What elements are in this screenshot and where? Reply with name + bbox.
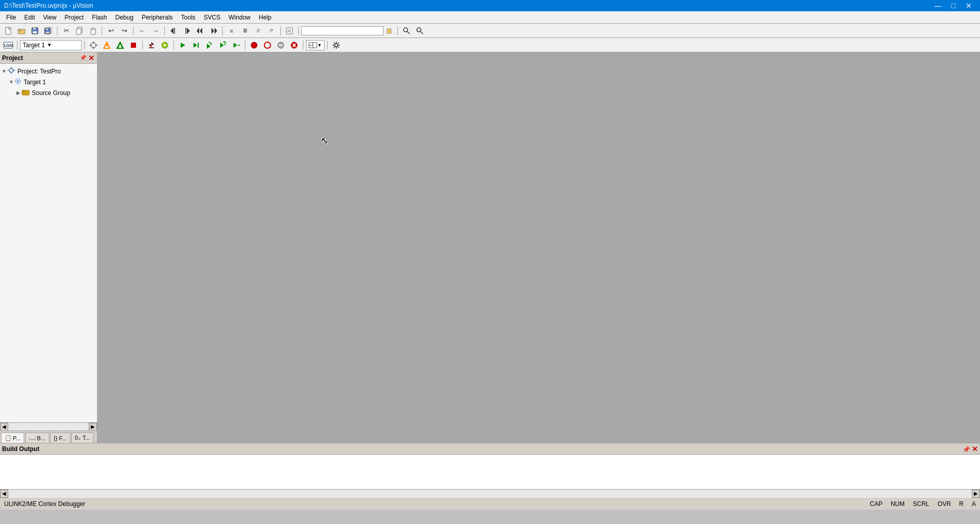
separator4 [164, 26, 165, 35]
menu-debug[interactable]: Debug [111, 12, 138, 23]
step-out-button[interactable] [217, 40, 229, 51]
new-button[interactable] [2, 25, 14, 36]
source-group-node[interactable]: ▶ Source Group [0, 87, 97, 98]
project-header: Project 📌 ✕ [0, 52, 97, 64]
indent-button[interactable]: ≡ [225, 25, 238, 36]
window-layout-dropdown[interactable]: ▼ [306, 40, 324, 50]
tab-templates[interactable]: 0₊ T... [71, 433, 94, 443]
build-output-close-button[interactable]: ✕ [972, 445, 978, 453]
menu-peripherals[interactable]: Peripherals [138, 12, 177, 23]
tab-functions-label: {} F... [54, 435, 67, 441]
debugger-status: ULINK2/ME Cortex Debugger [4, 500, 85, 508]
svg-point-82 [17, 80, 19, 82]
svg-point-57 [251, 42, 257, 48]
comment-button[interactable]: // [252, 25, 264, 36]
target-options-button[interactable] [87, 40, 100, 51]
svg-line-28 [407, 31, 410, 34]
back-button[interactable]: ← [136, 25, 148, 36]
bookmark-prev-button[interactable] [167, 25, 180, 36]
breakpoint-button[interactable] [248, 40, 260, 51]
separator3 [133, 26, 133, 35]
svg-marker-21 [212, 28, 214, 34]
bottom-scroll-left[interactable]: ◀ [0, 490, 8, 498]
templates-button[interactable] [283, 25, 296, 36]
svg-rect-5 [33, 31, 37, 33]
svg-marker-20 [215, 28, 217, 34]
save-button[interactable] [29, 25, 41, 36]
bottom-scroll-right[interactable]: ▶ [972, 490, 980, 498]
uncomment-button[interactable]: /* [265, 25, 278, 36]
source-group-expand-icon[interactable]: ▶ [15, 90, 22, 96]
menu-flash[interactable]: Flash [88, 12, 111, 23]
find-in-files-button[interactable] [400, 25, 413, 36]
run-to-cursor-button[interactable] [230, 40, 242, 51]
separator-t2-5 [245, 41, 245, 50]
proj-scroll-right[interactable]: ▶ [89, 423, 97, 431]
svg-point-67 [335, 44, 338, 47]
menu-file[interactable]: File [2, 12, 20, 23]
build-output-header: Build Output 📌 ✕ [0, 443, 980, 455]
run-button[interactable] [177, 40, 189, 51]
minimize-button[interactable]: — [931, 0, 945, 11]
open-button[interactable] [15, 25, 28, 36]
target1-node[interactable]: ▼ Target 1 [0, 77, 97, 87]
step-button[interactable] [190, 40, 202, 51]
menu-help[interactable]: Help [255, 12, 276, 23]
project-root-node[interactable]: ▼ Project: TestPro [0, 66, 97, 77]
target-dropdown[interactable]: Target 1 ▼ [20, 40, 82, 50]
start-stop-debug-button[interactable] [159, 40, 171, 51]
undo-button[interactable]: ↩ [105, 25, 117, 36]
maximize-button[interactable]: □ [946, 0, 960, 11]
separator2 [102, 26, 102, 35]
find-button[interactable]: + [414, 25, 426, 36]
proj-scroll-left[interactable]: ◀ [0, 423, 8, 431]
menu-svcs[interactable]: SVCS [200, 12, 225, 23]
search-input[interactable] [301, 26, 383, 35]
project-pin-button[interactable]: 📌 [80, 54, 87, 62]
stop-build-button[interactable] [127, 40, 140, 51]
bookmark-next2-button[interactable] [207, 25, 220, 36]
target-expand-icon[interactable]: ▼ [8, 79, 14, 85]
search-open-button[interactable] [385, 25, 395, 36]
project-expand-icon[interactable]: ▼ [1, 68, 7, 74]
forward-button[interactable]: → [149, 25, 162, 36]
rebuild-button[interactable] [114, 40, 126, 51]
project-close-button[interactable]: ✕ [88, 54, 95, 62]
project-header-controls: 📌 ✕ [80, 54, 95, 62]
svg-point-76 [9, 68, 13, 72]
build-output-title: Build Output [2, 445, 40, 453]
download-button[interactable] [145, 40, 158, 51]
load-button[interactable]: LOAD [2, 40, 14, 51]
paste-button[interactable] [87, 25, 99, 36]
build-output-pin-button[interactable]: 📌 [963, 446, 970, 453]
tab-functions[interactable]: {} F... [50, 433, 70, 443]
svg-line-30 [420, 31, 423, 34]
disable-all-breakpoints-button[interactable] [275, 40, 287, 51]
bookmark-next-button[interactable] [181, 25, 193, 36]
build-output-panel: Build Output 📌 ✕ [0, 443, 980, 489]
cut-button[interactable]: ✂ [60, 25, 72, 36]
menu-tools[interactable]: Tools [177, 12, 200, 23]
tab-project[interactable]: 📋 P... [1, 433, 24, 443]
step-over-button[interactable] [203, 40, 216, 51]
copy-button[interactable] [73, 25, 86, 36]
enable-breakpoint-button[interactable] [261, 40, 274, 51]
menu-window[interactable]: Window [224, 12, 255, 23]
menu-project[interactable]: Project [61, 12, 88, 23]
close-button[interactable]: ✕ [962, 0, 976, 11]
redo-button[interactable]: ↪ [118, 25, 130, 36]
title-controls: — □ ✕ [931, 0, 976, 11]
setup-button[interactable] [330, 40, 342, 51]
svg-marker-51 [207, 44, 210, 49]
a-indicator: A [972, 500, 976, 508]
menu-edit[interactable]: Edit [20, 12, 39, 23]
kill-all-breakpoints-button[interactable] [288, 40, 300, 51]
menu-view[interactable]: View [39, 12, 61, 23]
build-target-button[interactable] [101, 40, 113, 51]
bottom-scroll-track [8, 490, 972, 498]
unindent-button[interactable]: ≣ [239, 25, 251, 36]
save-all-button[interactable] [42, 25, 54, 36]
bookmark-prev2-button[interactable] [194, 25, 206, 36]
svg-text:LOAD: LOAD [4, 44, 13, 47]
tab-books[interactable]: 📖 B... [25, 433, 49, 443]
